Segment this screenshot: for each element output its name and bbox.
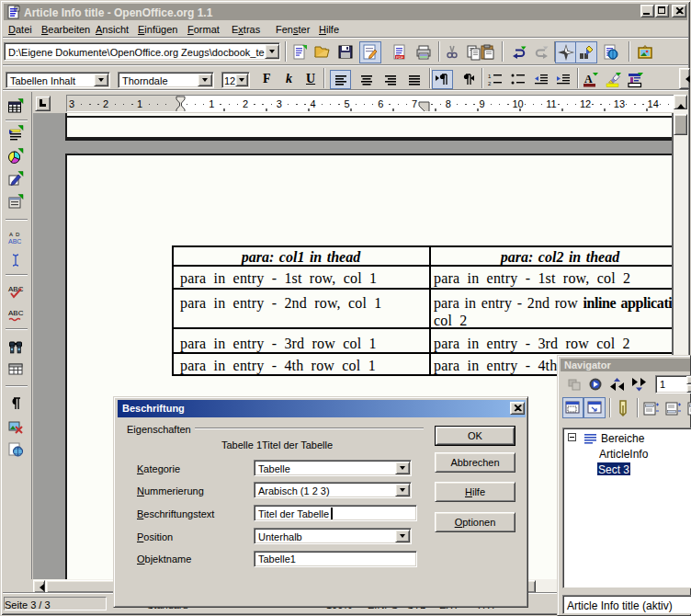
svg-text:PDF: PDF	[396, 55, 404, 60]
svg-text:1: 1	[488, 74, 492, 79]
svg-text:ABC: ABC	[8, 309, 24, 317]
svg-text:A: A	[9, 232, 13, 237]
svg-text:A: A	[584, 73, 593, 86]
svg-text:D: D	[16, 232, 20, 237]
svg-text:ABC: ABC	[8, 238, 21, 245]
svg-text:2: 2	[488, 81, 492, 86]
